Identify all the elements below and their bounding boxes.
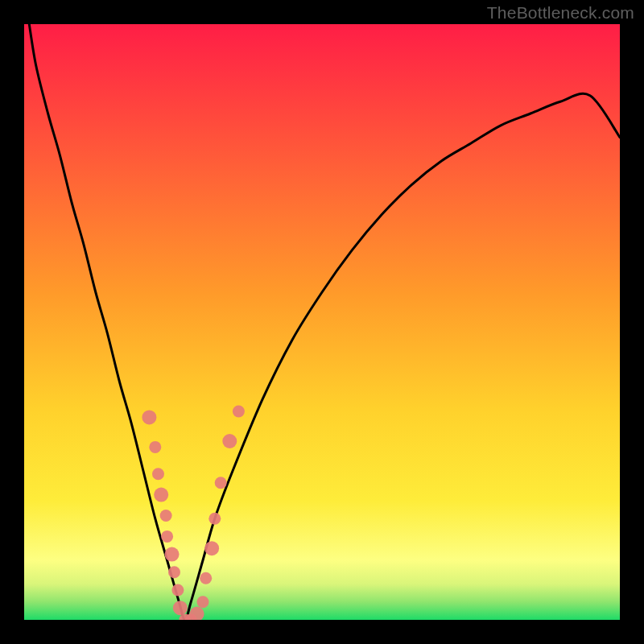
data-dot — [160, 510, 172, 522]
data-dot — [208, 513, 221, 525]
data-dot — [197, 596, 209, 608]
chart-svg — [24, 24, 620, 620]
data-dots — [142, 406, 245, 621]
data-dot — [149, 441, 161, 453]
data-dot — [233, 406, 245, 418]
data-dot — [200, 572, 212, 584]
data-dot — [165, 547, 180, 562]
data-dot — [215, 477, 227, 489]
data-dot — [152, 468, 164, 480]
data-dot — [154, 488, 168, 502]
data-dot — [171, 584, 184, 597]
plot-area — [24, 24, 620, 620]
bottleneck-curve — [29, 24, 620, 620]
data-dot — [142, 410, 156, 424]
data-dot — [204, 541, 219, 555]
data-dot — [173, 601, 188, 615]
watermark-text: TheBottleneck.com — [487, 3, 634, 23]
data-dot — [222, 434, 237, 448]
data-dot — [168, 566, 180, 578]
chart-frame: TheBottleneck.com — [0, 0, 644, 644]
data-dot — [161, 530, 173, 543]
data-dot — [190, 607, 204, 620]
